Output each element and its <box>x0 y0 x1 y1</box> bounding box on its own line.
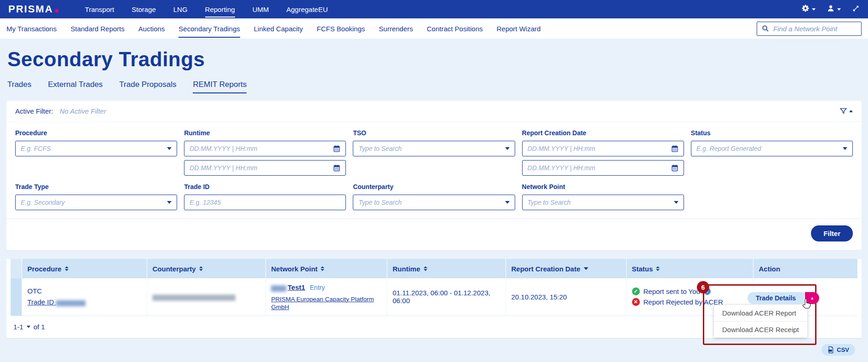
trade-id-link[interactable]: Trade ID ▆▆▆▆▆▆ <box>28 298 85 306</box>
filter-fields: Procedure Runtime <box>6 122 862 210</box>
annotation-step-badge: 6 <box>697 281 709 293</box>
counterparty-label: Counterparty <box>353 183 515 190</box>
filter-submit-button[interactable]: Filter <box>811 225 853 241</box>
settings-menu[interactable] <box>801 4 816 14</box>
report-creation-to-input[interactable] <box>528 164 667 172</box>
trade-id-input[interactable] <box>190 199 340 206</box>
subnav-item-secondary-tradings[interactable]: Secondary Tradings <box>178 19 240 38</box>
status-input[interactable] <box>696 145 839 152</box>
topnav-item-lng[interactable]: LNG <box>173 1 188 17</box>
topnav-right-icons <box>801 4 860 14</box>
filter-field-network-point: Network Point <box>522 183 684 210</box>
topnav-item-transport[interactable]: Transport <box>85 1 115 17</box>
active-filter-label: Active Filter: <box>15 107 53 115</box>
tab-trade-proposals[interactable]: Trade Proposals <box>119 80 176 93</box>
calendar-icon[interactable] <box>333 145 340 152</box>
subnav-item-auctions[interactable]: Auctions <box>138 19 165 38</box>
trade-details-button[interactable]: Trade Details <box>747 292 804 304</box>
pagination-total: of 1 <box>34 323 45 331</box>
prisma-logo[interactable]: PRISMA <box>8 3 58 15</box>
runtime-from-input[interactable] <box>190 145 329 152</box>
calendar-icon[interactable] <box>333 164 340 172</box>
topnav-items: Transport Storage LNG Reporting UMM Aggr… <box>85 1 328 17</box>
collapse-view-button[interactable] <box>852 5 860 14</box>
top-navigation: PRISMA Transport Storage LNG Reporting U… <box>0 0 868 18</box>
trade-type-input[interactable] <box>21 199 163 206</box>
network-point-direction: Entry <box>310 284 325 291</box>
subnav-item-contract-positions[interactable]: Contract Positions <box>427 19 483 38</box>
calendar-icon[interactable] <box>671 145 678 152</box>
network-point-link[interactable]: Test1 <box>287 283 305 291</box>
subnav-item-fcfs-bookings[interactable]: FCFS Bookings <box>317 19 365 38</box>
column-label: Status <box>632 265 653 273</box>
tso-input[interactable] <box>358 145 501 152</box>
page-size-caret-icon[interactable] <box>27 326 30 328</box>
sort-runtime[interactable]: Runtime <box>393 265 500 273</box>
report-creation-date-cell: 20.10.2023, 15:20 <box>506 278 626 316</box>
page-content: Secondary Tradings Trades External Trade… <box>0 48 868 356</box>
runtime-label: Runtime <box>184 129 346 137</box>
calendar-icon[interactable] <box>671 164 678 172</box>
runtime-from-field[interactable] <box>184 141 346 156</box>
trade-id-field[interactable] <box>184 195 346 210</box>
csv-export-button[interactable]: CSV <box>822 344 855 356</box>
sort-both-icon <box>65 266 69 271</box>
tab-trades[interactable]: Trades <box>7 80 31 93</box>
network-point-redacted-prefix: ▆▆▆ <box>271 283 286 291</box>
sort-both-icon <box>321 266 324 271</box>
subnav-item-linked-capacity[interactable]: Linked Capacity <box>254 19 303 38</box>
active-filter-value: No Active Filter <box>60 107 106 115</box>
runtime-cell: 01.11.2023, 06:00 - 01.12.2023, 06:00 <box>387 278 506 316</box>
search-icon <box>762 25 769 32</box>
network-point-select[interactable] <box>522 195 684 210</box>
report-creation-from-field[interactable] <box>522 141 684 156</box>
topnav-item-umm[interactable]: UMM <box>253 1 269 17</box>
network-point-label: Network Point <box>522 183 684 190</box>
report-creation-from-input[interactable] <box>528 145 667 152</box>
chevron-down-icon <box>167 201 172 204</box>
row-select-cell[interactable] <box>11 278 22 316</box>
menu-item-download-acer-receipt[interactable]: Download ACER Receipt <box>714 321 807 338</box>
filter-field-tso: TSO <box>353 129 515 176</box>
runtime-to-input[interactable] <box>190 164 329 172</box>
report-creation-to-field[interactable] <box>522 160 684 176</box>
procedure-select[interactable] <box>15 141 177 156</box>
sort-report-creation-date[interactable]: Report Creation Date <box>512 265 621 273</box>
search-input[interactable] <box>773 25 857 33</box>
filter-field-trade-id: Trade ID <box>184 183 346 210</box>
network-point-input[interactable] <box>528 199 670 206</box>
action-dropdown-toggle[interactable]: ▲ <box>805 292 819 304</box>
topnav-item-reporting[interactable]: Reporting <box>205 1 235 17</box>
counterparty-input[interactable] <box>358 199 501 206</box>
topnav-item-aggregateeu[interactable]: AggregateEU <box>286 1 328 17</box>
status-select[interactable] <box>691 141 853 156</box>
subnav-item-surrenders[interactable]: Surrenders <box>379 19 413 38</box>
counterparty-select[interactable] <box>353 195 515 210</box>
tab-remit-reports[interactable]: REMIT Reports <box>193 80 247 93</box>
subnav-item-my-transactions[interactable]: My Transactions <box>6 19 57 38</box>
sort-both-icon <box>199 266 203 271</box>
user-menu[interactable] <box>827 4 841 14</box>
column-header-report-creation-date: Report Creation Date <box>506 259 626 278</box>
counterparty-cell: ▆▆▆▆▆▆▆▆▆▆▆▆▆▆▆▆▆ <box>147 278 265 316</box>
sort-procedure[interactable]: Procedure <box>28 265 141 273</box>
menu-item-download-acer-report[interactable]: Download ACER Report <box>714 305 807 321</box>
topnav-item-storage[interactable]: Storage <box>132 1 156 17</box>
trade-id-redacted: ▆▆▆▆▆▆ <box>56 298 85 306</box>
sort-counterparty[interactable]: Counterparty <box>153 265 260 273</box>
procedure-input[interactable] <box>21 145 163 152</box>
sort-status[interactable]: Status <box>632 265 747 273</box>
runtime-to-field[interactable] <box>184 160 346 176</box>
csv-label: CSV <box>837 346 849 353</box>
diagonal-arrows-icon <box>852 5 860 14</box>
tso-select[interactable] <box>353 141 515 156</box>
filter-collapse-toggle[interactable] <box>839 107 853 115</box>
subnav-item-standard-reports[interactable]: Standard Reports <box>70 19 125 38</box>
sort-network-point[interactable]: Network Point <box>271 265 381 273</box>
success-check-icon: ✓ <box>632 287 640 295</box>
tab-external-trades[interactable]: External Trades <box>48 80 103 93</box>
subnav-item-report-wizard[interactable]: Report Wizard <box>496 19 540 38</box>
operator-link[interactable]: PRISMA European Capacity Platform GmbH <box>271 296 374 310</box>
trade-type-select[interactable] <box>15 195 177 210</box>
report-creation-date-label: Report Creation Date <box>522 129 684 137</box>
